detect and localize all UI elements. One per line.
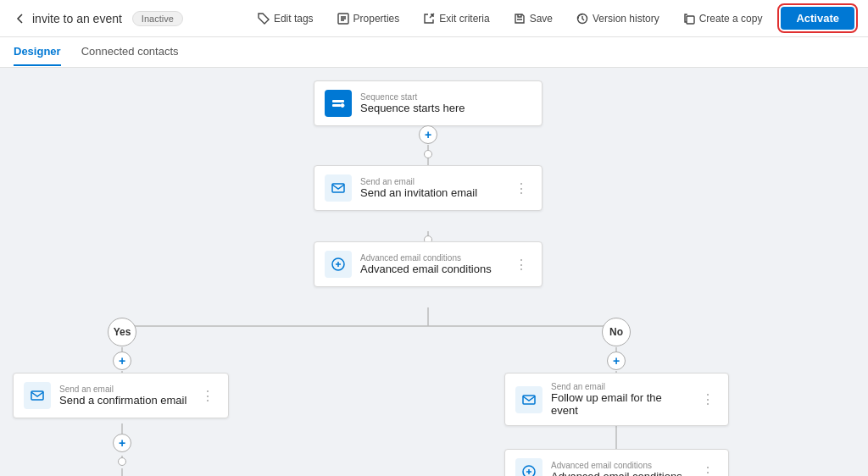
no-email-label: Send an email bbox=[551, 382, 689, 391]
yes-email-menu[interactable]: ⋮ bbox=[198, 386, 218, 406]
sequence-start-node: Sequence start Sequence starts here bbox=[314, 80, 542, 126]
activate-button[interactable]: Activate bbox=[781, 7, 854, 30]
add-node-button-top[interactable]: + bbox=[419, 125, 437, 144]
no-adv-label: Advanced email conditions bbox=[551, 461, 689, 470]
connector-circle-yes-bottom bbox=[118, 457, 126, 466]
no-adv-menu[interactable]: ⋮ bbox=[698, 462, 718, 477]
advanced-cond-node: Advanced email conditions Advanced email… bbox=[314, 241, 542, 287]
yes-email-node: Send an email Send a confirmation email … bbox=[13, 373, 229, 418]
svg-rect-25 bbox=[332, 184, 344, 192]
send-email-1-title: Send an invitation email bbox=[360, 186, 503, 199]
no-adv-title: Advanced email conditions bbox=[551, 470, 689, 476]
advanced-cond-label: Advanced email conditions bbox=[360, 253, 503, 263]
send-email-1-text: Send an email Send an invitation email bbox=[360, 177, 503, 199]
yes-email-title: Send a confirmation email bbox=[59, 394, 189, 407]
back-button[interactable]: invite to an event bbox=[14, 12, 122, 25]
advanced-cond-menu[interactable]: ⋮ bbox=[511, 255, 531, 274]
advanced-cond-icon bbox=[325, 251, 352, 278]
svg-point-24 bbox=[341, 104, 344, 108]
svg-rect-22 bbox=[332, 100, 344, 102]
send-email-1-node: Send an email Send an invitation email ⋮ bbox=[314, 165, 542, 211]
no-adv-text: Advanced email conditions Advanced email… bbox=[551, 461, 689, 476]
no-email-icon bbox=[515, 386, 542, 413]
properties-button[interactable]: Properties bbox=[332, 9, 405, 28]
page-title: invite to an event bbox=[32, 12, 122, 25]
sequence-start-icon bbox=[325, 90, 352, 117]
svg-rect-23 bbox=[332, 104, 341, 107]
header-actions: Edit tags Properties Exit criteria Save bbox=[253, 7, 854, 30]
exit-criteria-button[interactable]: Exit criteria bbox=[418, 9, 494, 28]
tab-bar: Designer Connected contacts bbox=[0, 37, 868, 68]
add-node-button-no[interactable]: + bbox=[607, 351, 626, 370]
app-header: invite to an event Inactive Edit tags Pr… bbox=[0, 0, 868, 37]
svg-rect-28 bbox=[523, 396, 535, 404]
yes-email-label: Send an email bbox=[59, 385, 189, 394]
version-history-button[interactable]: Version history bbox=[571, 9, 665, 28]
send-email-1-menu[interactable]: ⋮ bbox=[511, 179, 531, 198]
save-button[interactable]: Save bbox=[509, 9, 558, 28]
no-adv-node: Advanced email conditions Advanced email… bbox=[504, 449, 729, 476]
status-badge: Inactive bbox=[132, 11, 183, 26]
sequence-start-text: Sequence start Sequence starts here bbox=[360, 92, 531, 114]
no-adv-icon bbox=[515, 458, 542, 476]
sequence-start-title: Sequence starts here bbox=[360, 102, 531, 114]
create-copy-button[interactable]: Create a copy bbox=[678, 9, 768, 28]
svg-rect-27 bbox=[31, 391, 43, 400]
add-node-button-yes[interactable]: + bbox=[113, 351, 131, 370]
no-email-title: Follow up email for the event bbox=[551, 391, 689, 417]
sequence-start-label: Sequence start bbox=[360, 92, 531, 102]
send-email-1-icon bbox=[325, 174, 352, 202]
yes-email-icon bbox=[24, 382, 51, 409]
advanced-cond-title: Advanced email conditions bbox=[360, 263, 503, 275]
yes-email-text: Send an email Send a confirmation email bbox=[59, 385, 189, 407]
no-email-text: Send an email Follow up email for the ev… bbox=[551, 382, 689, 417]
advanced-cond-text: Advanced email conditions Advanced email… bbox=[360, 253, 503, 275]
tab-designer[interactable]: Designer bbox=[14, 38, 61, 66]
edit-tags-button[interactable]: Edit tags bbox=[253, 9, 319, 28]
send-email-1-label: Send an email bbox=[360, 177, 503, 186]
flow-canvas: Sequence start Sequence starts here + Se… bbox=[0, 68, 868, 476]
svg-rect-2 bbox=[687, 16, 694, 24]
connector-circle-1 bbox=[424, 150, 432, 158]
no-branch-label: No bbox=[602, 318, 631, 346]
add-node-button-yes-bottom[interactable]: + bbox=[113, 434, 131, 452]
tab-connected-contacts[interactable]: Connected contacts bbox=[81, 38, 179, 66]
no-email-node: Send an email Follow up email for the ev… bbox=[504, 373, 729, 426]
no-email-menu[interactable]: ⋮ bbox=[698, 390, 718, 409]
yes-branch-label: Yes bbox=[108, 318, 136, 346]
